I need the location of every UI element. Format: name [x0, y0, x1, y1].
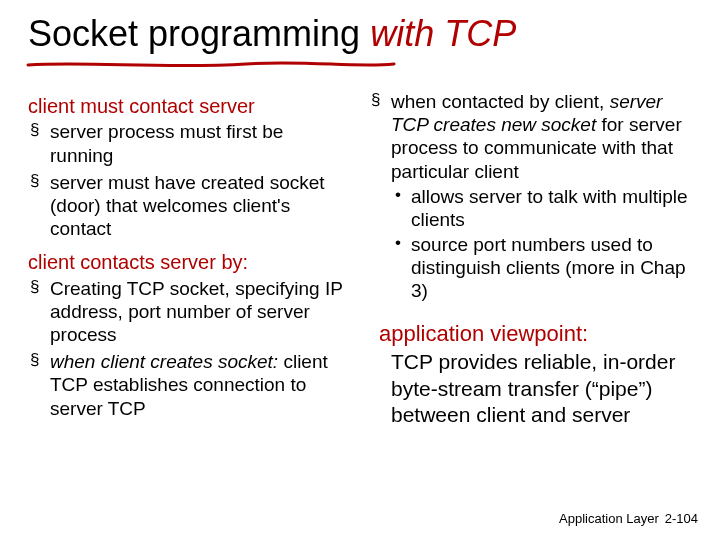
- viewpoint-body: TCP provides reliable, in-order byte-str…: [391, 349, 692, 428]
- viewpoint-heading: application viewpoint:: [379, 321, 692, 348]
- list-item: when contacted by client, server TCP cre…: [391, 90, 692, 311]
- list-item: Creating TCP socket, specifying IP addre…: [50, 277, 351, 351]
- title-area: Socket programming with TCP: [28, 14, 692, 54]
- title-accent: with TCP: [370, 13, 516, 54]
- footer: Application Layer2-104: [559, 511, 698, 526]
- left-column: client must contact server server proces…: [28, 90, 351, 490]
- footer-label: Application Layer: [559, 511, 659, 526]
- left-list-1: server process must first be running ser…: [28, 120, 351, 244]
- left-list-2: Creating TCP socket, specifying IP addre…: [28, 277, 351, 424]
- content-columns: client must contact server server proces…: [28, 90, 692, 490]
- right-sublist: allows server to talk with multiple clie…: [391, 185, 692, 305]
- right-column: when contacted by client, server TCP cre…: [369, 90, 692, 490]
- page-number: 2-104: [665, 511, 698, 526]
- title-prefix: Socket programming: [28, 13, 370, 54]
- title-underline: [26, 56, 396, 66]
- list-item: source port numbers used to distinguish …: [411, 233, 692, 305]
- emphasis: when client creates socket:: [50, 351, 278, 372]
- left-heading-1: client must contact server: [28, 94, 351, 118]
- slide-title: Socket programming with TCP: [28, 14, 692, 54]
- list-item: allows server to talk with multiple clie…: [411, 185, 692, 233]
- list-item: when client creates socket: client TCP e…: [50, 350, 351, 424]
- list-item: server must have created socket (door) t…: [50, 171, 351, 245]
- text: when contacted by client,: [391, 91, 610, 112]
- right-list: when contacted by client, server TCP cre…: [369, 90, 692, 311]
- list-item: server process must first be running: [50, 120, 351, 170]
- left-heading-2: client contacts server by:: [28, 250, 351, 274]
- slide: { "title": { "prefix": "Socket programmi…: [0, 0, 720, 540]
